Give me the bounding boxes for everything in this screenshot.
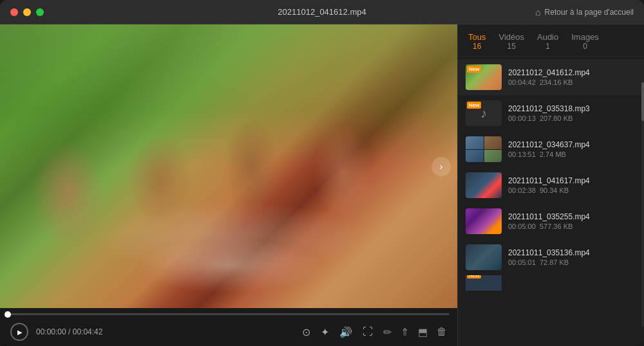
volume-icon[interactable]: 🔊 xyxy=(339,326,352,338)
traffic-lights xyxy=(10,8,44,16)
file-name: 20211011_041617.mp4 xyxy=(508,176,636,185)
tab-tous-label: Tous xyxy=(468,32,486,42)
thumb-cell xyxy=(466,136,484,149)
file-thumbnail xyxy=(466,244,502,270)
video-overlay xyxy=(0,24,457,308)
new-badge: New xyxy=(467,66,481,73)
minimize-button[interactable] xyxy=(23,8,31,16)
video-frame xyxy=(0,24,457,308)
video-container[interactable]: › xyxy=(0,24,457,308)
play-button[interactable]: ▶ xyxy=(10,323,28,341)
edit-icon[interactable]: ✏ xyxy=(383,326,392,338)
current-time: 00:00:00 xyxy=(36,327,66,336)
file-meta: 00:02:38 90.34 KB xyxy=(508,187,636,194)
home-icon: ⌂ xyxy=(535,7,540,17)
home-link-label: Retour à la page d'accueil xyxy=(545,8,634,17)
tab-videos[interactable]: Vidéos 15 xyxy=(498,32,524,51)
file-thumbnail: New xyxy=(466,64,502,90)
progress-container xyxy=(0,308,457,318)
tab-images-label: Images xyxy=(571,32,599,42)
title-bar: 20211012_041612.mp4 ⌂ Retour à la page d… xyxy=(0,0,644,24)
file-name: 20211012_034637.mp4 xyxy=(508,140,636,149)
tab-videos-count: 15 xyxy=(507,42,516,51)
tab-audio[interactable]: Audio 1 xyxy=(537,32,558,51)
file-item[interactable]: 20211011_035255.mp4 00:05:00 577.36 KB xyxy=(458,203,644,239)
progress-bar[interactable] xyxy=(8,313,450,315)
thumb-cell xyxy=(484,136,502,149)
file-meta: 00:00:13 207.80 KB xyxy=(508,114,636,122)
progress-dot[interactable] xyxy=(5,311,11,318)
file-name: 20211011_035255.mp4 xyxy=(508,212,636,221)
file-name: 20211012_035318.mp3 xyxy=(508,104,636,113)
fullscreen-icon[interactable]: ⛶ xyxy=(363,326,373,338)
file-item[interactable]: 20211011_041617.mp4 00:02:38 90.34 KB xyxy=(458,167,644,203)
home-link[interactable]: ⌂ Retour à la page d'accueil xyxy=(535,7,634,17)
copy-icon[interactable]: ⬒ xyxy=(418,326,428,338)
video-area: › ▶ 00:00:00 / 00:04:42 ⊙ xyxy=(0,24,457,346)
file-info: 20211011_035255.mp4 00:05:00 577.36 KB xyxy=(508,212,636,230)
next-arrow-button[interactable]: › xyxy=(431,157,451,176)
file-info: 20211012_034637.mp4 00:13:51 2.74 MB xyxy=(508,140,636,158)
snapshot-icon[interactable]: ⊙ xyxy=(302,326,310,338)
tab-tous-count: 16 xyxy=(473,42,481,51)
file-item[interactable]: New xyxy=(458,275,644,291)
music-note-icon: ♪ xyxy=(480,106,487,121)
file-meta: 00:13:51 2.74 MB xyxy=(508,150,636,158)
file-thumbnail: New xyxy=(466,275,502,291)
file-meta: 00:05:00 577.36 KB xyxy=(508,223,636,230)
cut-icon[interactable]: ✦ xyxy=(321,326,329,338)
main-content: › ▶ 00:00:00 / 00:04:42 ⊙ xyxy=(0,24,644,346)
file-name: 20211011_035136.mp4 xyxy=(508,248,636,257)
tab-audio-count: 1 xyxy=(545,42,550,51)
close-button[interactable] xyxy=(10,8,18,16)
file-meta: 00:04:42 234.16 KB xyxy=(508,78,636,86)
total-time: 00:04:42 xyxy=(73,327,103,336)
file-item[interactable]: New ♪ 20211012_035318.mp3 00:00:13 207.8… xyxy=(458,95,644,131)
file-list[interactable]: New 20211012_041612.mp4 00:04:42 234.16 … xyxy=(458,57,644,346)
time-display: 00:00:00 / 00:04:42 xyxy=(36,327,102,336)
file-item[interactable]: 20211012_034637.mp4 00:13:51 2.74 MB xyxy=(458,131,644,167)
bottom-right-icons: ✏ ⇑ ⬒ 🗑 xyxy=(383,326,447,338)
file-name: 20211012_041612.mp4 xyxy=(508,68,636,77)
file-item[interactable]: 20211011_035136.mp4 00:05:01 72.87 KB xyxy=(458,239,644,275)
file-info: 20211012_035318.mp3 00:00:13 207.80 KB xyxy=(508,104,636,122)
delete-icon[interactable]: 🗑 xyxy=(437,326,447,338)
file-thumbnail xyxy=(466,136,502,162)
file-info: 20211011_035136.mp4 00:05:01 72.87 KB xyxy=(508,248,636,266)
controls-bar: ▶ 00:00:00 / 00:04:42 ⊙ ✦ 🔊 ⛶ ✏ ⇑ ⬒ 🗑 xyxy=(0,318,457,346)
tab-videos-label: Vidéos xyxy=(498,32,524,42)
play-icon: ▶ xyxy=(17,329,23,336)
time-separator: / xyxy=(68,327,73,336)
tab-audio-label: Audio xyxy=(537,32,558,42)
tab-images-count: 0 xyxy=(583,42,587,51)
controls-right: ⊙ ✦ 🔊 ⛶ ✏ ⇑ ⬒ 🗑 xyxy=(302,326,447,338)
export-icon[interactable]: ⇑ xyxy=(401,326,409,338)
maximize-button[interactable] xyxy=(36,8,44,16)
scrollbar-thumb[interactable] xyxy=(641,82,644,121)
scrollbar-track[interactable] xyxy=(641,82,644,327)
sidebar: Tous 16 Vidéos 15 Audio 1 Images 0 New xyxy=(457,24,644,346)
file-info: 20211011_041617.mp4 00:02:38 90.34 KB xyxy=(508,176,636,194)
new-badge: New xyxy=(467,275,481,278)
new-badge: New xyxy=(467,102,481,109)
thumb-cell xyxy=(466,150,484,163)
file-thumbnail: New ♪ xyxy=(466,100,502,126)
tab-images[interactable]: Images 0 xyxy=(571,32,599,51)
file-meta: 00:05:01 72.87 KB xyxy=(508,259,636,266)
controls-left: ▶ 00:00:00 / 00:04:42 xyxy=(10,323,102,341)
file-info: 20211012_041612.mp4 00:04:42 234.16 KB xyxy=(508,68,636,86)
window-title: 20211012_041612.mp4 xyxy=(278,7,366,17)
file-thumbnail xyxy=(466,172,502,198)
filter-tabs: Tous 16 Vidéos 15 Audio 1 Images 0 xyxy=(458,24,644,57)
tab-tous[interactable]: Tous 16 xyxy=(468,32,486,51)
thumb-cell xyxy=(484,150,502,163)
file-item[interactable]: New 20211012_041612.mp4 00:04:42 234.16 … xyxy=(458,59,644,95)
file-thumbnail xyxy=(466,208,502,234)
